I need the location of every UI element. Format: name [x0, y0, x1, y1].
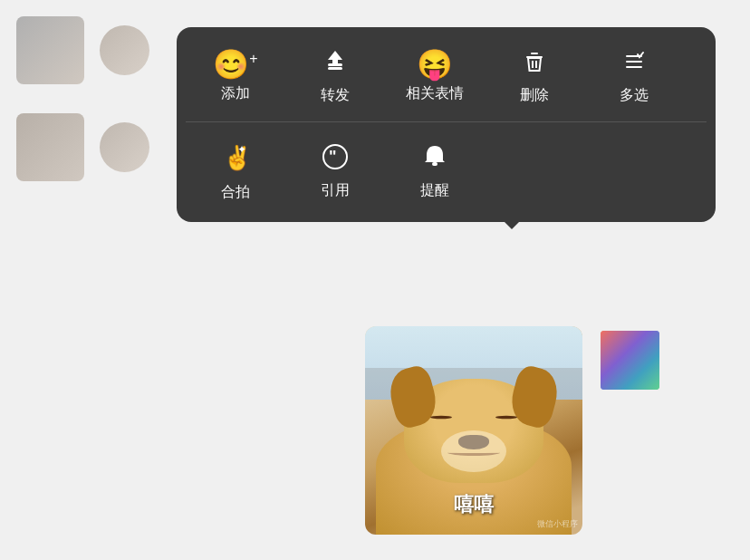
svg-rect-15 — [432, 162, 438, 166]
content-area: 嘻嘻 微信小程序 — [0, 326, 750, 560]
multi-select-icon — [620, 47, 649, 81]
menu-item-forward[interactable]: 转发 — [285, 43, 385, 109]
add-label: 添加 — [221, 84, 250, 103]
menu-item-duet[interactable]: ✌ ✦ 合拍 — [186, 137, 285, 206]
related-emoji-label: 相关表情 — [406, 84, 464, 103]
multi-select-label: 多选 — [620, 86, 649, 105]
menu-item-remind[interactable]: 提醒 — [385, 139, 485, 204]
forward-icon — [321, 47, 350, 81]
duet-icon: ✌ ✦ — [219, 140, 252, 178]
dog-watermark: 微信小程序 — [537, 518, 578, 530]
duet-label: 合拍 — [221, 183, 250, 202]
forward-label: 转发 — [321, 86, 350, 105]
chat-thumbnails — [0, 0, 190, 308]
remind-icon — [420, 142, 449, 176]
related-emoji-icon: 😝 — [417, 50, 453, 79]
chat-thumb-1 — [16, 16, 84, 84]
add-emoji-icon: 😊+ — [213, 50, 257, 79]
quote-label: 引用 — [321, 181, 350, 200]
avatar-1 — [100, 25, 149, 75]
remind-label: 提醒 — [420, 181, 449, 200]
dog-caption: 嘻嘻 — [454, 491, 494, 518]
svg-marker-2 — [328, 51, 342, 64]
delete-label: 删除 — [520, 86, 549, 105]
menu-item-related-emoji[interactable]: 😝 相关表情 — [385, 46, 485, 107]
chat-thumb-2 — [16, 113, 84, 181]
menu-item-delete[interactable]: 删除 — [485, 43, 584, 109]
svg-rect-1 — [328, 67, 342, 70]
svg-text:✦: ✦ — [237, 143, 246, 156]
menu-item-quote[interactable]: " 引用 — [285, 139, 385, 204]
svg-rect-5 — [531, 53, 538, 54]
stamp-thumbnail — [601, 331, 659, 390]
avatar-2 — [100, 122, 149, 172]
menu-item-add[interactable]: 😊+ 添加 — [186, 46, 285, 107]
menu-row-1: 😊+ 添加 转发 😝 相关表情 — [186, 43, 707, 109]
context-menu: 😊+ 添加 转发 😝 相关表情 — [177, 27, 716, 222]
menu-item-multi-select[interactable]: 多选 — [584, 43, 684, 109]
dog-image: 嘻嘻 微信小程序 — [365, 326, 582, 535]
menu-row-2: ✌ ✦ 合拍 " 引用 提醒 — [186, 121, 707, 206]
delete-icon — [520, 47, 549, 81]
quote-icon: " — [321, 142, 350, 176]
svg-text:": " — [329, 148, 337, 166]
